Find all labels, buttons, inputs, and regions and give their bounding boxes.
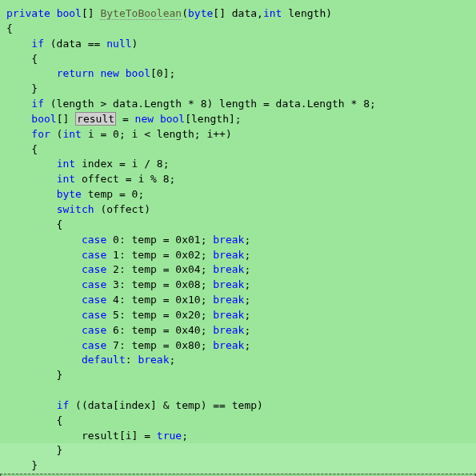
- keyword-for: for: [31, 128, 50, 140]
- code-line-19: case 3: temp = 0x08; break;: [6, 278, 470, 293]
- code-line-16: case 0: temp = 0x01; break;: [6, 233, 470, 248]
- code-line-28: {: [6, 414, 470, 429]
- keyword-break: break: [213, 339, 244, 351]
- code-line-1: private bool[] ByteToBoolean(byte[] data…: [6, 6, 470, 22]
- keyword-new: new: [100, 67, 118, 79]
- method-name: ByteToBoolean: [100, 7, 182, 20]
- code-line-13: byte temp = 0;: [6, 187, 470, 202]
- code-line-23: case 7: temp = 0x80; break;: [6, 338, 470, 354]
- keyword-case: case: [82, 339, 106, 351]
- code-line-24: default: break;: [6, 353, 470, 368]
- code-line-10: {: [6, 142, 470, 158]
- keyword-byte: byte: [57, 188, 82, 200]
- code-line-18: case 2: temp = 0x04; break;: [6, 262, 470, 278]
- keyword-if: if: [31, 38, 44, 50]
- keyword-byte: byte: [188, 7, 213, 19]
- code-line-20: case 4: temp = 0x10; break;: [6, 293, 470, 308]
- keyword-break: break: [213, 263, 244, 275]
- keyword-break: break: [213, 278, 244, 290]
- keyword-new: new: [135, 113, 154, 125]
- code-line-11: int index = i / 8;: [6, 157, 470, 172]
- keyword-true: true: [157, 430, 182, 442]
- code-line-15: {: [6, 218, 470, 233]
- code-line-5: return new bool[0];: [6, 66, 470, 82]
- code-line-17: case 1: temp = 0x02; break;: [6, 248, 470, 263]
- keyword-break: break: [213, 324, 244, 336]
- keyword-default: default: [82, 354, 126, 366]
- code-line-14: switch (offect): [6, 202, 470, 218]
- variable-result: result: [75, 112, 116, 126]
- keyword-case: case: [82, 234, 106, 246]
- keyword-case: case: [82, 249, 106, 261]
- keyword-int: int: [57, 173, 75, 185]
- keyword-case: case: [82, 278, 106, 290]
- code-line-3: if (data == null): [6, 37, 470, 52]
- keyword-bool: bool: [57, 7, 82, 19]
- code-line-2: {: [6, 22, 470, 37]
- keyword-int: int: [62, 128, 81, 140]
- code-line-12: int offect = i % 8;: [6, 172, 470, 187]
- keyword-int: int: [263, 7, 282, 19]
- keyword-return: return: [57, 67, 94, 79]
- keyword-if: if: [31, 98, 44, 110]
- keyword-case: case: [82, 309, 106, 321]
- keyword-switch: switch: [57, 203, 94, 215]
- keyword-case: case: [82, 263, 106, 275]
- code-line-6: }: [6, 82, 470, 97]
- keyword-bool: bool: [126, 67, 150, 79]
- keyword-break: break: [213, 234, 244, 246]
- keyword-bool: bool: [31, 113, 56, 125]
- code-line-30: }: [0, 443, 476, 458]
- keyword-break: break: [213, 249, 244, 261]
- keyword-private: private: [6, 7, 50, 19]
- code-line-27: if ((data[index] & temp) == temp): [6, 398, 470, 414]
- keyword-bool: bool: [160, 113, 185, 125]
- code-line-29: result[i] = true;: [6, 429, 470, 444]
- keyword-break: break: [213, 294, 244, 306]
- keyword-break: break: [213, 309, 244, 321]
- keyword-int: int: [57, 158, 75, 170]
- keyword-case: case: [82, 294, 106, 306]
- keyword-break: break: [138, 354, 169, 366]
- code-line-26: [6, 383, 470, 398]
- keyword-null: null: [106, 38, 131, 50]
- code-line-8: bool[] result = new bool[length];: [6, 112, 470, 127]
- code-line-22: case 6: temp = 0x40; break;: [6, 323, 470, 338]
- code-line-7: if (length > data.Length * 8) length = d…: [6, 97, 470, 112]
- code-line-21: case 5: temp = 0x20; break;: [6, 308, 470, 323]
- keyword-if: if: [57, 399, 70, 411]
- keyword-case: case: [82, 324, 106, 336]
- code-line-4: {: [6, 52, 470, 67]
- code-line-25: }: [6, 368, 470, 383]
- code-line-31: }: [0, 458, 476, 474]
- code-line-9: for (int i = 0; i < length; i++): [6, 127, 470, 142]
